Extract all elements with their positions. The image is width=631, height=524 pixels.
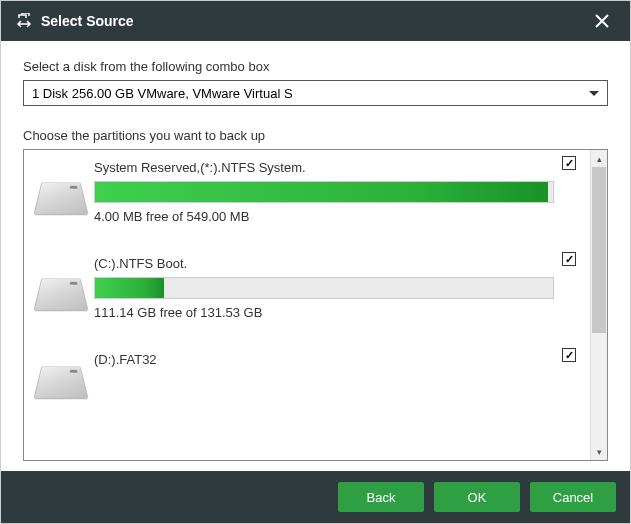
titlebar: Select Source	[1, 1, 630, 41]
window-title: Select Source	[41, 13, 134, 29]
partition-info: System Reserved,(*:).NTFS System. 4.00 M…	[94, 160, 576, 224]
scrollbar[interactable]: ▴ ▾	[590, 150, 607, 460]
disk-icon	[33, 278, 88, 311]
footer: Back OK Cancel	[1, 471, 630, 523]
disk-select-label: Select a disk from the following combo b…	[23, 59, 608, 74]
disk-combo-value: 1 Disk 256.00 GB VMware, VMware Virtual …	[32, 86, 293, 101]
partition-info: (C:).NTFS Boot. 111.14 GB free of 131.53…	[94, 256, 576, 320]
partition-checkbox[interactable]: ✓	[562, 348, 576, 362]
partition-title: System Reserved,(*:).NTFS System.	[94, 160, 554, 175]
partition-listbox: ✓ System Reserved,(*:).NTFS System. 4.00…	[23, 149, 608, 461]
scroll-track[interactable]	[591, 167, 607, 443]
partition-checkbox[interactable]: ✓	[562, 156, 576, 170]
content-area: Select a disk from the following combo b…	[1, 41, 630, 471]
partition-info: (D:).FAT32	[94, 352, 576, 398]
partition-select-label: Choose the partitions you want to back u…	[23, 128, 608, 143]
disk-icon	[33, 366, 88, 399]
scroll-up-arrow[interactable]: ▴	[591, 150, 607, 167]
disk-icon	[33, 182, 88, 215]
usage-fill	[95, 278, 164, 298]
partition-checkbox[interactable]: ✓	[562, 252, 576, 266]
partition-item[interactable]: ✓ (C:).NTFS Boot. 111.14 GB free of 131.…	[38, 256, 576, 320]
scroll-thumb[interactable]	[592, 167, 606, 333]
disk-combo[interactable]: 1 Disk 256.00 GB VMware, VMware Virtual …	[23, 80, 608, 106]
partition-free: 4.00 MB free of 549.00 MB	[94, 209, 554, 224]
partition-title: (C:).NTFS Boot.	[94, 256, 554, 271]
partition-list: ✓ System Reserved,(*:).NTFS System. 4.00…	[24, 150, 590, 460]
close-button[interactable]	[588, 7, 616, 35]
back-button[interactable]: Back	[338, 482, 424, 512]
ok-button[interactable]: OK	[434, 482, 520, 512]
usage-bar	[94, 277, 554, 299]
chevron-down-icon	[589, 91, 599, 96]
scroll-down-arrow[interactable]: ▾	[591, 443, 607, 460]
app-icon	[15, 12, 33, 30]
usage-bar	[94, 181, 554, 203]
partition-free: 111.14 GB free of 131.53 GB	[94, 305, 554, 320]
usage-fill	[95, 182, 548, 202]
partition-title: (D:).FAT32	[94, 352, 554, 367]
cancel-button[interactable]: Cancel	[530, 482, 616, 512]
partition-item[interactable]: ✓ System Reserved,(*:).NTFS System. 4.00…	[38, 160, 576, 224]
partition-item[interactable]: ✓ (D:).FAT32	[38, 352, 576, 398]
